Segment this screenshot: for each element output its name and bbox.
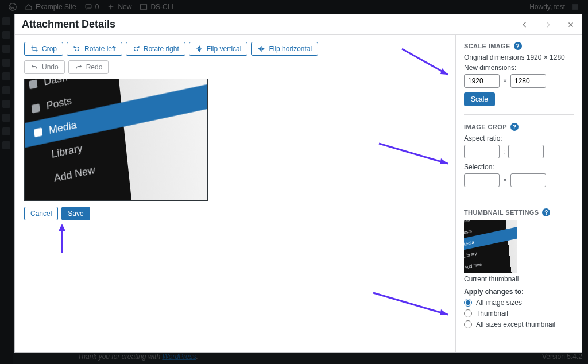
undo-label: Undo — [42, 63, 59, 71]
close-modal-button[interactable] — [559, 14, 582, 34]
prev-attachment-button[interactable] — [513, 14, 536, 34]
rotate-left-label: Rotate left — [84, 45, 116, 53]
modal-title: Attachment Details — [15, 18, 513, 30]
crop-help-icon[interactable]: ? — [510, 123, 519, 131]
flip-horizontal-button[interactable]: Flip horizontal — [251, 42, 318, 56]
svg-marker-7 — [198, 49, 200, 52]
apply-except-label: All sizes except thumbnail — [476, 320, 555, 328]
aspect-width-input[interactable] — [464, 145, 500, 158]
apply-thumb-label: Thumbnail — [476, 309, 508, 317]
scale-width-input[interactable] — [464, 74, 500, 88]
selection-label: Selection: — [464, 163, 574, 171]
crop-button[interactable]: Crop — [24, 42, 63, 56]
svg-marker-9 — [259, 48, 261, 50]
thumb-title: THUMBNAIL SETTINGS — [464, 209, 539, 216]
undo-button[interactable]: Undo — [24, 60, 65, 74]
image-crop-group: IMAGE CROP? Aspect ratio: : Selection: × — [464, 123, 574, 200]
rotate-left-button[interactable]: Rotate left — [67, 42, 122, 56]
scale-button[interactable]: Scale — [464, 92, 495, 106]
selection-height-input[interactable] — [510, 173, 546, 187]
scale-title: SCALE IMAGE — [464, 42, 510, 49]
preview-text: Add New — [53, 164, 96, 184]
attachment-details-modal: Attachment Details Crop Rotate left Rota… — [14, 14, 582, 353]
new-dimensions-label: New dimensions: — [464, 64, 574, 72]
apply-thumbnail-radio[interactable]: Thumbnail — [464, 309, 574, 317]
current-thumbnail-label: Current thumbnail — [464, 275, 574, 283]
scale-height-input[interactable] — [510, 74, 546, 88]
svg-marker-10 — [262, 48, 265, 50]
scale-image-group: SCALE IMAGE? Original dimensions 1920 × … — [464, 42, 574, 115]
flip-vertical-label: Flip vertical — [207, 45, 242, 53]
selection-separator: × — [503, 176, 507, 184]
preview-text: Posts — [46, 95, 72, 112]
preview-text: Library — [51, 142, 83, 160]
rotate-right-button[interactable]: Rotate right — [126, 42, 185, 56]
redo-button[interactable]: Redo — [68, 60, 109, 74]
image-editor-pane: Crop Rotate left Rotate right Flip verti… — [15, 35, 455, 352]
rotate-right-label: Rotate right — [144, 45, 179, 53]
svg-marker-6 — [198, 46, 200, 48]
cancel-label: Cancel — [30, 210, 52, 218]
aspect-ratio-label: Aspect ratio: — [464, 134, 574, 142]
preview-text: Media — [48, 118, 77, 136]
flip-vertical-button[interactable]: Flip vertical — [189, 42, 248, 56]
dim-separator: × — [503, 77, 507, 85]
cancel-button[interactable]: Cancel — [24, 207, 58, 220]
redo-label: Redo — [86, 63, 103, 71]
apply-except-thumb-radio[interactable]: All sizes except thumbnail — [464, 320, 574, 328]
aspect-height-input[interactable] — [508, 145, 544, 158]
apply-changes-label: Apply changes to: — [464, 288, 574, 296]
flip-horizontal-label: Flip horizontal — [269, 45, 312, 53]
save-button[interactable]: Save — [61, 207, 90, 220]
thumbnail-settings-group: THUMBNAIL SETTINGS? Dash Posts Media Lib… — [464, 208, 574, 339]
current-thumbnail-preview: Dash Posts Media Library Add New — [464, 220, 517, 273]
selection-width-input[interactable] — [464, 173, 500, 187]
crop-label: Crop — [42, 45, 57, 53]
aspect-separator: : — [503, 148, 505, 156]
modal-header: Attachment Details — [15, 14, 582, 35]
next-attachment-button[interactable] — [536, 14, 559, 34]
original-dimensions-text: Original dimensions 1920 × 1280 — [464, 53, 574, 61]
save-label: Save — [68, 210, 83, 218]
apply-all-label: All image sizes — [476, 299, 522, 307]
thumb-help-icon[interactable]: ? — [542, 208, 550, 216]
crop-title: IMAGE CROP — [464, 123, 507, 130]
image-preview[interactable]: Dash Posts Media Library Add New — [24, 79, 208, 201]
edit-sidebar: SCALE IMAGE? Original dimensions 1920 × … — [455, 35, 582, 352]
apply-all-sizes-radio[interactable]: All image sizes — [464, 299, 574, 307]
scale-help-icon[interactable]: ? — [514, 42, 522, 50]
preview-text: Dash — [43, 79, 68, 88]
